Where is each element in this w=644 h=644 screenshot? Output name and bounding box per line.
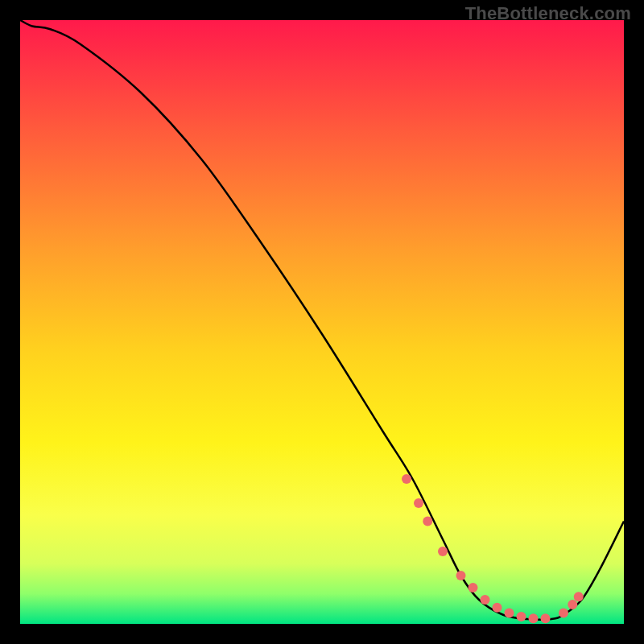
highlight-dot bbox=[568, 600, 577, 609]
highlight-dot bbox=[469, 583, 478, 592]
plot-area bbox=[20, 20, 624, 624]
highlight-dot bbox=[517, 612, 526, 621]
gradient-background bbox=[20, 20, 624, 624]
highlight-dot bbox=[529, 613, 539, 623]
highlight-dot bbox=[438, 547, 448, 556]
bottleneck-chart: TheBottleneck.com bbox=[0, 0, 644, 644]
highlight-dot bbox=[493, 603, 502, 613]
highlight-dot bbox=[559, 609, 568, 618]
highlight-dot bbox=[481, 595, 490, 605]
highlight-dot bbox=[574, 592, 584, 601]
highlight-dot bbox=[505, 609, 514, 618]
highlight-dot bbox=[414, 498, 423, 508]
highlight-dot bbox=[423, 517, 432, 526]
chart-svg bbox=[20, 20, 624, 624]
highlight-dot bbox=[541, 613, 551, 623]
highlight-dot bbox=[456, 571, 466, 580]
highlight-dot bbox=[402, 474, 411, 484]
